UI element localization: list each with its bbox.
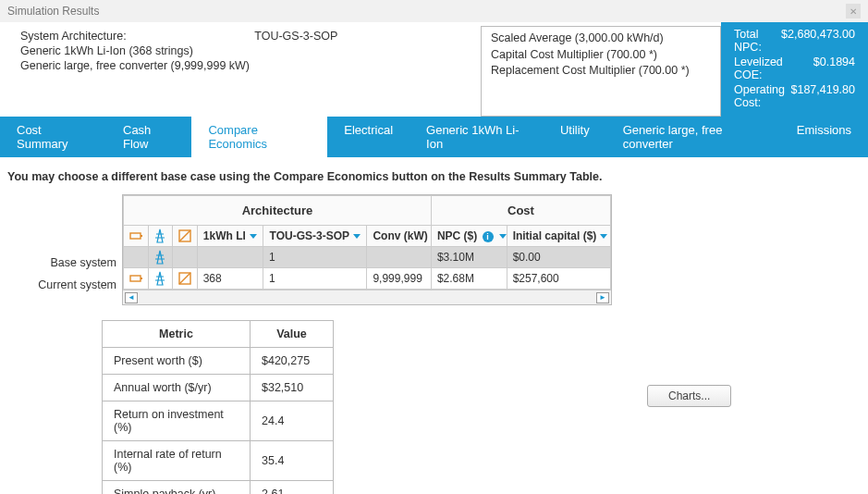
npc-label: Total NPC:: [734, 28, 781, 54]
cell-icon: [124, 268, 149, 290]
value-header: Value: [251, 321, 334, 348]
group-architecture: Architecture: [124, 196, 432, 226]
arch-label: System Architecture:: [20, 30, 251, 43]
sensitivity-box: Scaled Average (3,000.00 kWh/d) Capital …: [481, 26, 721, 117]
cell-npc: $3.10M: [431, 247, 507, 268]
label-current: Current system: [24, 274, 116, 296]
coe-value: $0.1894: [813, 56, 855, 81]
info-icon[interactable]: i: [483, 231, 494, 242]
cell-icon: [148, 268, 173, 290]
title-bar: Simulation Results ✕: [0, 0, 868, 22]
tab-generic-large-free-converter[interactable]: Generic large, free converter: [606, 117, 780, 157]
label-base: Base system: [24, 252, 116, 274]
npc-value: $2,680,473.00: [781, 28, 855, 54]
col-tou[interactable]: TOU-GS-3-SOP: [263, 226, 367, 247]
cell-cap: $257,600: [507, 268, 610, 290]
col-battery-icon[interactable]: [124, 226, 149, 247]
cell-cap: $0.00: [507, 247, 610, 268]
metric-name: Present worth ($): [103, 348, 251, 375]
metrics-table: Metric Value Present worth ($)$420,275An…: [102, 320, 334, 494]
cell-li: 368: [197, 268, 263, 290]
cell-conv: 9,999,999: [367, 268, 432, 290]
horizontal-scrollbar[interactable]: ◄ ►: [123, 290, 611, 304]
metric-name: Return on investment (%): [103, 401, 251, 441]
tab-cost-summary[interactable]: Cost Summary: [0, 117, 106, 157]
col-conv[interactable]: Conv (kW): [367, 226, 432, 247]
cell-tou: 1: [263, 268, 367, 290]
system-architecture: System Architecture: TOU-GS-3-SOP Generi…: [0, 28, 481, 117]
close-icon[interactable]: ✕: [846, 4, 861, 19]
op-value: $187,419.80: [790, 83, 855, 109]
arch-line3: Generic large, free converter (9,999,999…: [20, 59, 481, 72]
filter-icon[interactable]: [250, 234, 257, 239]
filter-icon[interactable]: [353, 234, 361, 239]
metric-value: 35.4: [251, 441, 334, 481]
window-title: Simulation Results: [7, 5, 99, 18]
architecture-grid: Architecture Cost 1kWh LI TOU-GS-3-SOP C…: [122, 194, 612, 305]
col-converter-icon[interactable]: [173, 226, 198, 247]
charts-button[interactable]: Charts...: [647, 385, 731, 407]
totals-panel: Total NPC:$2,680,473.00 Levelized COE:$0…: [721, 22, 868, 117]
row-labels: Base system Current system: [24, 252, 116, 296]
metric-row: Annual worth ($/yr)$32,510: [103, 375, 334, 401]
col-capital[interactable]: Initial capital ($): [507, 226, 610, 247]
instruction-text: You may choose a different base case usi…: [0, 157, 868, 194]
col-tower-icon[interactable]: [148, 226, 173, 247]
cell-conv: [367, 247, 432, 268]
table-row-current[interactable]: 368 1 9,999,999 $2.68M $257,600: [124, 268, 611, 290]
metric-value: 2.61: [251, 481, 334, 495]
metric-name: Simple payback (yr): [103, 481, 251, 495]
metric-row: Present worth ($)$420,275: [103, 348, 334, 375]
col-npc[interactable]: NPC ($) i: [431, 226, 507, 247]
filter-icon[interactable]: [600, 234, 607, 239]
tab-utility[interactable]: Utility: [544, 117, 606, 157]
header-block: System Architecture: TOU-GS-3-SOP Generi…: [0, 22, 868, 117]
metric-value: $32,510: [251, 375, 334, 401]
metric-row: Simple payback (yr)2.61: [103, 481, 334, 495]
tab-cash-flow[interactable]: Cash Flow: [106, 117, 191, 157]
scroll-right-icon[interactable]: ►: [596, 292, 609, 303]
arch-tariff: TOU-GS-3-SOP: [254, 30, 337, 43]
metric-row: Return on investment (%)24.4: [103, 401, 334, 441]
cell-tou: 1: [263, 247, 367, 268]
tab-bar: Cost SummaryCash FlowCompare EconomicsEl…: [0, 117, 868, 157]
tab-generic-1kwh-li-ion[interactable]: Generic 1kWh Li-Ion: [410, 117, 544, 157]
metric-name: Annual worth ($/yr): [103, 375, 251, 401]
group-cost: Cost: [431, 196, 610, 226]
cell-npc: $2.68M: [431, 268, 507, 290]
table-row-base[interactable]: 1 $3.10M $0.00: [124, 247, 611, 268]
cell-icon: [173, 268, 198, 290]
sens-line2: Capital Cost Multiplier (700.00 *): [491, 47, 711, 64]
op-label: Operating Cost:: [734, 83, 790, 109]
cell-li: [197, 247, 263, 268]
metric-name: Internal rate of return (%): [103, 441, 251, 481]
metric-row: Internal rate of return (%)35.4: [103, 441, 334, 481]
metric-header: Metric: [103, 321, 251, 348]
tab-compare-economics[interactable]: Compare Economics: [191, 117, 327, 157]
tab-electrical[interactable]: Electrical: [327, 117, 410, 157]
scroll-left-icon[interactable]: ◄: [125, 292, 138, 303]
sens-line3: Replacement Cost Multiplier (700.00 *): [491, 63, 711, 80]
cell-icon: [124, 247, 149, 268]
metric-value: 24.4: [251, 401, 334, 441]
filter-icon[interactable]: [499, 234, 507, 239]
cell-icon: [173, 247, 198, 268]
tab-emissions[interactable]: Emissions: [780, 117, 868, 157]
col-1kwh-li[interactable]: 1kWh LI: [197, 226, 263, 247]
cell-icon: [148, 247, 173, 268]
arch-line2: Generic 1kWh Li-Ion (368 strings): [20, 44, 481, 57]
sens-line1: Scaled Average (3,000.00 kWh/d): [491, 31, 711, 47]
coe-label: Levelized COE:: [734, 56, 813, 81]
metric-value: $420,275: [251, 348, 334, 375]
